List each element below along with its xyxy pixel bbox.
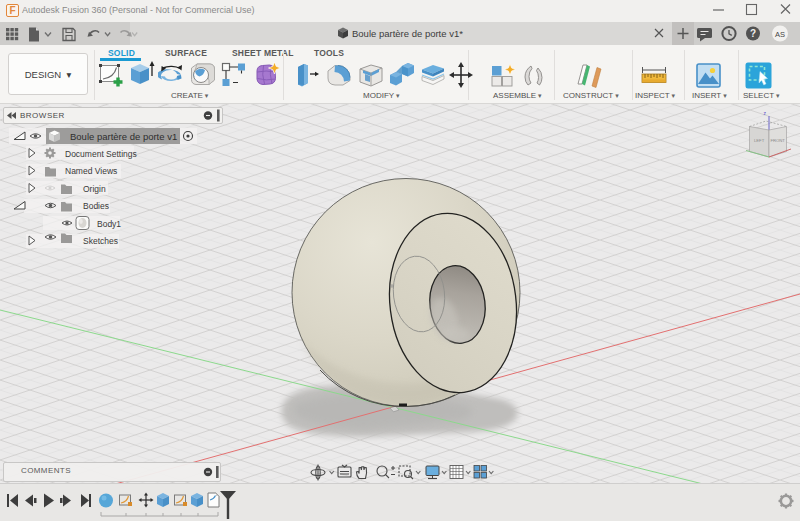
svg-text:AS: AS (775, 30, 785, 39)
svg-text:LEFT: LEFT (754, 138, 765, 143)
svg-text:?: ? (750, 28, 756, 39)
svg-text:FRONT: FRONT (771, 138, 786, 143)
